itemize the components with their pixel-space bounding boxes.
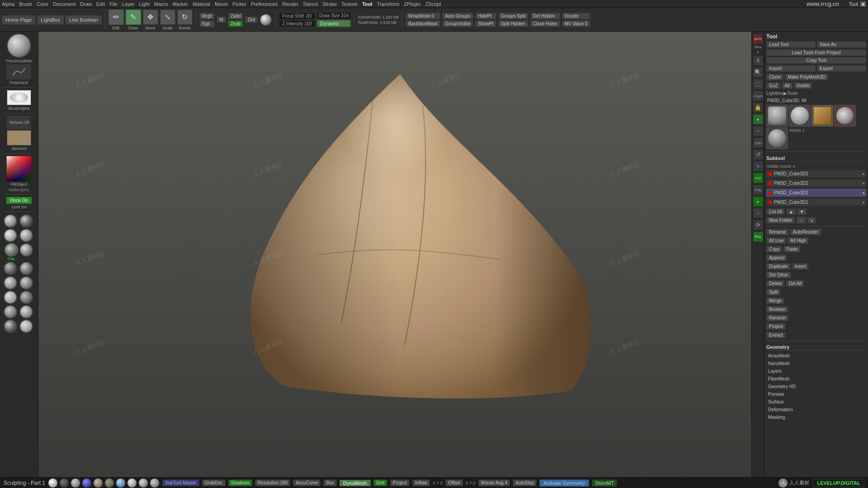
menu-stroke[interactable]: Stroke: [322, 1, 337, 7]
mrgb-button[interactable]: Mrgb: [199, 13, 215, 19]
inflate-brush[interactable]: [4, 276, 17, 290]
subtool-2[interactable]: PM3D_Cube3D2 ●: [766, 189, 866, 197]
rotate-icon[interactable]: ↺: [753, 149, 764, 160]
menu-transform[interactable]: Transform: [377, 1, 400, 7]
auto-groups-button[interactable]: Auto Groups: [442, 13, 473, 19]
backface-button[interactable]: BackfaceMask: [406, 20, 440, 27]
clay-brush[interactable]: [5, 243, 18, 257]
clone-btn[interactable]: Clone: [766, 74, 783, 80]
once-on-button[interactable]: Once On: [6, 197, 32, 204]
menu-macro[interactable]: Macro: [154, 1, 168, 7]
wrapmode-button[interactable]: WrapMode 0: [406, 13, 440, 19]
trimad-brush[interactable]: [4, 262, 17, 275]
tool-icon-simple[interactable]: [789, 105, 811, 127]
frame-button[interactable]: ⬚: [753, 79, 764, 89]
morph-brush[interactable]: [4, 319, 17, 333]
freehand-brush[interactable]: [7, 64, 31, 80]
menu-alpha[interactable]: Alpha: [2, 1, 14, 7]
poly-icon[interactable]: Poly: [753, 184, 764, 195]
dot-button[interactable]: Dot: [245, 16, 258, 23]
mat-sphere-stone2[interactable]: [104, 478, 114, 488]
split-btn[interactable]: Split: [766, 289, 780, 296]
mat-sphere-grey[interactable]: [71, 478, 80, 488]
draw-size[interactable]: Draw Size 314: [317, 12, 351, 19]
merge-btn[interactable]: Merge: [766, 297, 784, 304]
fiber-mesh-btn[interactable]: FiberMesh: [766, 375, 866, 382]
spolish-brush[interactable]: [4, 291, 17, 304]
menu-material[interactable]: Material: [193, 1, 210, 7]
color-circle[interactable]: [259, 14, 272, 26]
surface-btn[interactable]: Surface: [766, 399, 866, 405]
gmt-btn[interactable]: Gmt: [373, 479, 387, 486]
pro-button[interactable]: Pro: [753, 231, 764, 242]
subtool-master-btn[interactable]: SubTool Master: [162, 479, 199, 486]
texture-swatch[interactable]: [7, 130, 31, 145]
mat-sphere-stone1[interactable]: [93, 478, 103, 488]
tool-icon-pm3d2[interactable]: [834, 105, 856, 127]
project-bottom-btn[interactable]: Project: [390, 479, 410, 486]
paste-btn[interactable]: Paste: [783, 246, 801, 253]
move-e-brush[interactable]: [19, 229, 33, 242]
menu-layer[interactable]: Layer: [122, 1, 135, 7]
scroll-button[interactable]: ⇕: [753, 55, 764, 66]
extract-btn[interactable]: Extract: [766, 332, 786, 338]
canvas-area[interactable]: 人人素材区 人人素材区 人人素材区 人人素材区 人人素材区 人人素材区 人人素材…: [38, 32, 751, 477]
storemt-btn[interactable]: StoreMT: [592, 479, 617, 487]
groups-split-button[interactable]: Groups Split: [498, 13, 528, 19]
green-xyz[interactable]: XYZ: [753, 173, 764, 183]
top-resize-icon[interactable]: ▣: [860, 1, 866, 7]
array-mesh-btn[interactable]: ArrayMesh: [766, 352, 866, 359]
tab-homepage[interactable]: Home Page: [2, 15, 35, 24]
project-btn[interactable]: Project: [766, 323, 786, 330]
orb-cr-brush[interactable]: [19, 319, 33, 333]
remesh-btn[interactable]: Remesh: [766, 314, 788, 321]
scale-button[interactable]: ⤡: [160, 9, 175, 25]
list-all-btn[interactable]: List All: [766, 208, 785, 215]
tool-icon-cylinder[interactable]: [766, 105, 788, 127]
brush-preview[interactable]: [7, 33, 31, 58]
load-tool-btn[interactable]: Load Tool: [766, 41, 816, 48]
close-holes-button[interactable]: Close Holes: [530, 20, 560, 27]
snakeh-brush[interactable]: [19, 291, 33, 304]
folder-arrow1[interactable]: →: [796, 217, 806, 224]
menu-movie[interactable]: Movie: [215, 1, 228, 7]
z-intensity[interactable]: Z Intensity 100: [279, 20, 315, 27]
move-brush[interactable]: [4, 229, 17, 242]
tool-icon-current[interactable]: [766, 127, 788, 149]
mat-sphere-toy[interactable]: [116, 478, 126, 488]
append-btn[interactable]: Append: [766, 254, 787, 261]
menu-preferences[interactable]: Preferences: [251, 1, 278, 7]
duplicate-btn[interactable]: Duplicate: [766, 263, 791, 270]
subtool-3[interactable]: PM3D_Cube3D1 ●: [766, 198, 866, 206]
del-other-btn[interactable]: Del Other: [766, 272, 791, 278]
make-polymesh-btn[interactable]: Make PolyMesh3D: [785, 74, 828, 80]
menu-edit[interactable]: Edit: [96, 1, 105, 7]
menu-marker[interactable]: Marker: [173, 1, 188, 7]
zoomd-icon[interactable]: Z3D: [753, 137, 764, 148]
subtool-1[interactable]: PM3D_Cube3D2 ●: [766, 179, 866, 187]
load-tools-from-project-btn[interactable]: Load Tools From Project: [766, 49, 866, 56]
hidept-button[interactable]: HidePt: [475, 13, 496, 19]
scale-icon[interactable]: ⤢: [753, 208, 764, 219]
mouse-aug-btn[interactable]: Mouse Aug 4: [478, 479, 510, 486]
mat-sphere-dark[interactable]: [59, 478, 69, 488]
accucurve-btn[interactable]: AccuCurve: [293, 479, 321, 486]
dynamesh-btn[interactable]: DynaMesh: [340, 480, 371, 486]
activate-symmetry-btn[interactable]: Activate Symmetry: [539, 479, 589, 487]
layers-btn[interactable]: Layers: [766, 368, 866, 375]
preview-btn[interactable]: Preview: [766, 391, 866, 398]
insert-btn[interactable]: Insert: [792, 263, 809, 270]
standard-brush[interactable]: [4, 214, 17, 228]
double-button[interactable]: Double: [562, 13, 590, 19]
pinch-brush[interactable]: [19, 276, 33, 290]
rotate-button[interactable]: ↻: [177, 9, 193, 25]
mallet-brush[interactable]: [4, 305, 17, 319]
new-folder-btn[interactable]: New Folder: [766, 217, 795, 224]
tab-lightbox[interactable]: LightBox: [37, 15, 64, 24]
showpt-button[interactable]: ShowPt: [475, 20, 496, 27]
menu-brush[interactable]: Brush: [19, 1, 32, 7]
delete-btn[interactable]: Delete: [766, 280, 785, 287]
draw-button[interactable]: ✎: [126, 9, 141, 25]
nudge-brush[interactable]: [19, 305, 33, 319]
boolean-btn[interactable]: Boolean: [766, 306, 788, 313]
